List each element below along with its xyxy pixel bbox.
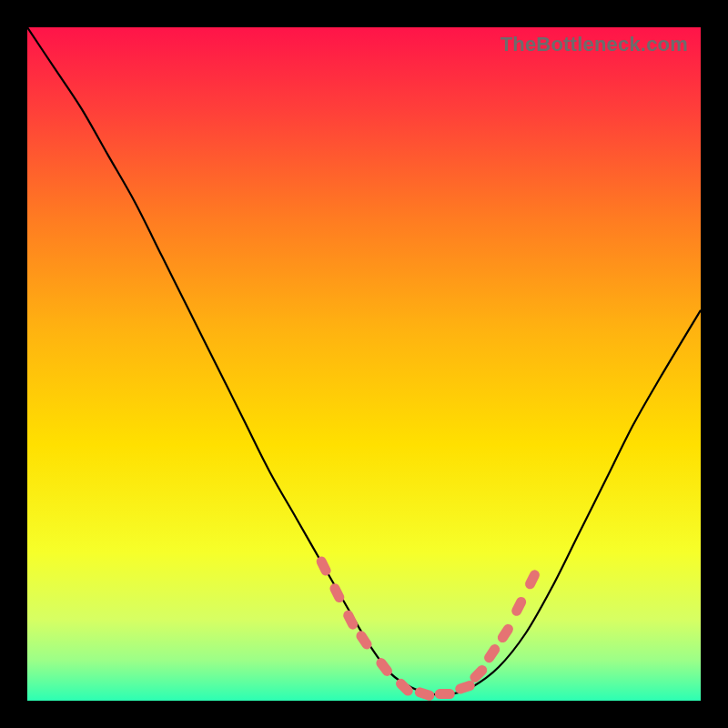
plot-frame: TheBottleneck.com xyxy=(27,27,701,701)
bottleneck-chart xyxy=(27,27,701,701)
gradient-panel xyxy=(27,27,701,701)
marker-dot xyxy=(435,689,455,699)
